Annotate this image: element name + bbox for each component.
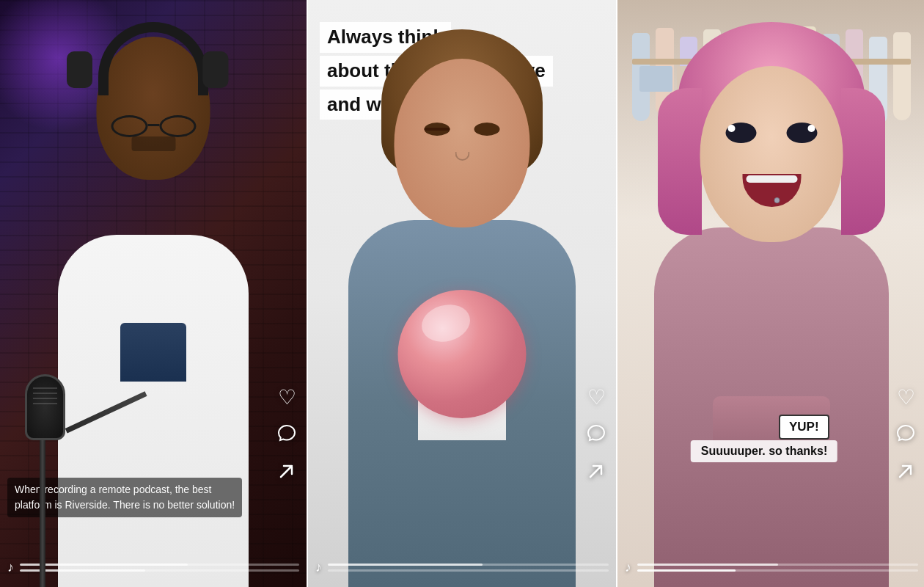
action-icons-1: ♡ <box>277 387 296 484</box>
progress-lines-1 <box>20 564 299 572</box>
person-body <box>58 235 249 587</box>
beard <box>131 136 175 151</box>
sticker-yup: YUP! <box>779 415 829 440</box>
hair-left <box>658 88 702 235</box>
left-eye <box>726 123 757 143</box>
progress-lines-3 <box>637 564 918 572</box>
bubblegum-bubble <box>398 290 527 418</box>
face-2 <box>395 59 530 227</box>
music-bar-2: ♪ <box>315 560 609 575</box>
heart-icon-2[interactable]: ♡ <box>587 387 606 408</box>
sticker-thanks: Suuuuuper. so thanks! <box>691 440 837 462</box>
progress-lines-2 <box>328 564 609 572</box>
share-icon-2[interactable] <box>587 462 606 484</box>
right-eye <box>786 123 817 143</box>
comment-icon-1[interactable] <box>277 424 296 446</box>
music-note-3: ♪ <box>625 560 631 575</box>
panel-closet: YUP! Suuuuuper. so thanks! ♡ ♪ <box>617 0 924 587</box>
music-bar-1: ♪ <box>7 560 299 575</box>
panel-podcast: When recording a remote podcast, the bes… <box>0 0 307 587</box>
glasses <box>109 115 197 139</box>
progress-line-2b <box>328 569 609 572</box>
progress-line-3b <box>637 569 918 572</box>
clothes-12 <box>893 32 911 120</box>
action-icons-3: ♡ <box>896 387 915 484</box>
folded-item-1 <box>639 66 672 92</box>
share-icon-1[interactable] <box>277 462 296 484</box>
share-icon-3[interactable] <box>896 462 915 484</box>
music-note-2: ♪ <box>315 560 322 575</box>
heart-icon-1[interactable]: ♡ <box>278 387 296 408</box>
panel-bubblegum: Always think about the team you love and… <box>308 0 616 587</box>
comment-icon-2[interactable] <box>587 424 606 446</box>
music-bar-3: ♪ <box>625 560 918 575</box>
progress-line-2a <box>328 564 609 566</box>
progress-line-3a <box>637 564 918 566</box>
face-3 <box>700 66 843 242</box>
bubble-highlight <box>417 299 474 347</box>
bottom-caption: When recording a remote podcast, the bes… <box>7 478 270 517</box>
open-mouth <box>742 174 801 207</box>
progress-line-1a <box>20 564 299 566</box>
comment-icon-3[interactable] <box>896 424 915 446</box>
heart-icon-3[interactable]: ♡ <box>897 387 915 408</box>
mic-head <box>25 374 65 440</box>
music-note-1: ♪ <box>7 560 14 575</box>
teeth <box>746 175 797 183</box>
headphone-left-cup <box>67 51 92 88</box>
hair-right <box>841 88 885 235</box>
caption-line2: platform is Riverside. There is no bette… <box>15 499 235 511</box>
shirt-collar <box>120 323 186 382</box>
headphone-right-cup <box>203 51 229 88</box>
progress-line-1b <box>20 569 299 572</box>
action-icons-2: ♡ <box>587 387 606 484</box>
